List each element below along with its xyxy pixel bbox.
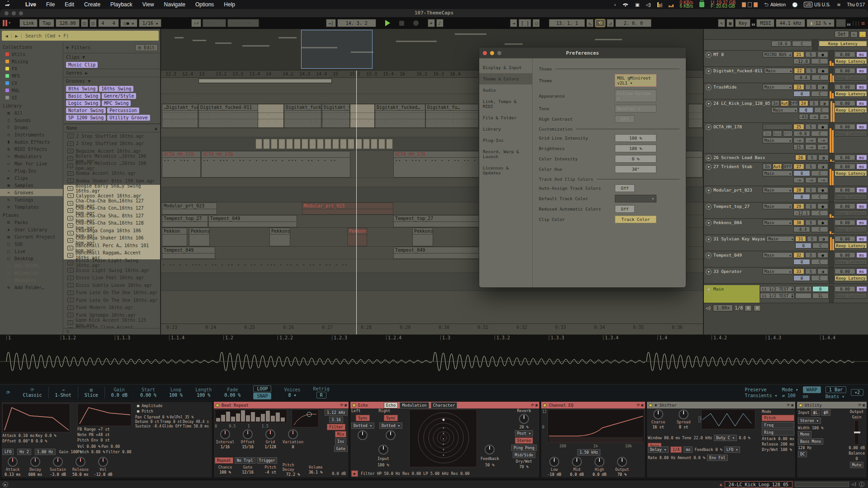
- device-save-icon[interactable]: ▣: [344, 403, 347, 407]
- keep-latency-button[interactable]: Keep Latency: [835, 107, 867, 113]
- menu-item-view[interactable]: View: [137, 1, 159, 8]
- solo-button[interactable]: S: [805, 220, 816, 225]
- device-hotswap-icon[interactable]: ⟳: [637, 403, 640, 407]
- sidebar-item-max-for-live[interactable]: ▭Max for Live: [0, 160, 63, 167]
- device-knob-low[interactable]: Low-10 dB: [544, 457, 565, 477]
- network-speed-readout[interactable]: 0 KB/s6 KB/s: [677, 1, 696, 8]
- device-knob-decay[interactable]: Decay600 ms: [25, 457, 46, 477]
- preferences-title-bar[interactable]: Preferences: [479, 47, 686, 58]
- volume-field[interactable]: 0: [793, 170, 811, 176]
- hot-swap-icon[interactable]: ◎: [66, 328, 69, 333]
- dialog-minimize-button[interactable]: [490, 51, 494, 55]
- simpler-env1-param[interactable]: Attack 0.10 ms: [2, 433, 35, 438]
- monitor-auto-button[interactable]: Auto: [773, 164, 782, 169]
- arm-button[interactable]: ◑: [817, 164, 829, 169]
- echo-input-knob[interactable]: [378, 445, 388, 455]
- clip-mode-slice[interactable]: ▥Slice: [78, 387, 104, 398]
- preferences-nav-audio[interactable]: Audio: [479, 84, 532, 96]
- quantize-menu[interactable]: 1/16 ▼: [139, 19, 161, 27]
- keep-latency-button[interactable]: Keep Latency: [835, 75, 867, 80]
- set-loop-button[interactable]: [ ]: [519, 19, 531, 27]
- solo-button[interactable]: S: [805, 203, 816, 209]
- file-row[interactable]: ∿Boogie Early Sna…y Swing 16ths.agr: [64, 185, 160, 192]
- arm-button[interactable]: ●: [817, 203, 829, 209]
- follow-actions-icon[interactable]: [3, 20, 7, 26]
- eq-mid-freq-field[interactable]: 1.50 kHz: [577, 449, 600, 455]
- device-knob-high[interactable]: High0.0 dB: [589, 457, 610, 477]
- arrangement-position-field[interactable]: 14. 3. 2: [337, 19, 376, 27]
- volume-field[interactable]: -68.0: [795, 286, 811, 292]
- filter-freq-field[interactable]: 1.12 kHz: [325, 409, 348, 416]
- sidebar-item-templates[interactable]: ⊞Templates: [0, 203, 63, 211]
- track-number-button[interactable]: 28: [793, 187, 805, 193]
- shifter-rate-param[interactable]: Rate 8.00 Hz: [648, 455, 675, 460]
- computer-midi-keyboard-button[interactable]: ▦: [726, 19, 734, 27]
- device-channel-eq[interactable]: Channel EQ⟳▣1201001k10k1.50 kHzLow-10 dB…: [541, 401, 646, 478]
- control-center-chevron-icon[interactable]: ‹: [611, 2, 619, 7]
- keep-latency-button[interactable]: Keep Latency: [819, 41, 867, 47]
- sidebar-item-plug-ins[interactable]: ⌁Plug-Ins: [0, 167, 63, 174]
- track-number-button[interactable]: 27: [793, 164, 805, 169]
- input-routing-menu[interactable]: 1: [763, 124, 793, 130]
- echo-reverb-position-menu[interactable]: Post ▾: [515, 430, 533, 436]
- sidebar-place--csamples[interactable]: □#CSamples: [0, 269, 63, 277]
- speaker-icon[interactable]: ◁): [706, 305, 711, 310]
- shifter-window-param[interactable]: Window 80.0 ms: [648, 436, 680, 440]
- multiply-2-button[interactable]: ∗2: [851, 389, 863, 396]
- track-fold-arrow[interactable]: ▼: [706, 164, 712, 170]
- root-note-menu[interactable]: C ▼: [203, 19, 226, 27]
- echo-delay-knob[interactable]: [358, 430, 368, 440]
- send-field[interactable]: -∞: [793, 177, 805, 183]
- echo-sync-button[interactable]: Sync: [356, 415, 369, 421]
- arm-button[interactable]: ●: [817, 52, 829, 57]
- shifter-tone-param[interactable]: Tone 22.0 kHz: [682, 436, 712, 440]
- set-button[interactable]: Set: [835, 31, 849, 38]
- arm-button[interactable]: ◑: [818, 236, 829, 242]
- screen-mirroring-icon[interactable]: ▣: [632, 2, 642, 7]
- device-save-icon[interactable]: ▣: [535, 403, 538, 407]
- track-row[interactable]: ▼Digitakt_fucked-011Main22S●-8.4C0.00msK…: [704, 67, 868, 83]
- filter-tag[interactable]: 16ths Swing: [99, 86, 133, 92]
- output-routing-menu[interactable]: Main: [763, 220, 793, 225]
- automation-arm-button[interactable]: +: [428, 19, 435, 27]
- track-delay-field[interactable]: 0.00: [835, 187, 855, 193]
- dialog-close-button[interactable]: [483, 51, 487, 55]
- filter-tag[interactable]: Music Clip: [66, 62, 98, 68]
- device-knob-release[interactable]: Release50.0 ms: [70, 457, 91, 477]
- keep-latency-button[interactable]: Keep Latency: [835, 194, 867, 200]
- sidebar-item-midi-effects[interactable]: ≣MIDI Effects: [0, 145, 63, 153]
- cue-out-menu[interactable]: ii 1/2 TEST 1-: [760, 286, 794, 292]
- nudge-up-button[interactable]: ◫: [90, 19, 97, 27]
- draw-mode-button[interactable]: ✎: [718, 19, 725, 27]
- menu-item-create[interactable]: Create: [79, 1, 105, 8]
- track-name[interactable]: OCTA_HH_178: [713, 124, 742, 129]
- utility-balance-value[interactable]: 0: [856, 456, 858, 461]
- output-routing-menu[interactable]: Main: [771, 107, 798, 113]
- filter-tag[interactable]: 8ths Swing: [66, 86, 98, 92]
- device-activator-led[interactable]: [216, 404, 219, 407]
- volume-db-readout[interactable]: 0.0 dB: [332, 471, 346, 476]
- key-signature-toggle[interactable]: ♭♯: [191, 19, 201, 27]
- sidebar-collection-m4l[interactable]: M4L: [0, 87, 63, 94]
- scroll-right-button[interactable]: H: [754, 305, 761, 311]
- shifter-envfol-button[interactable]: Env Fol: [707, 455, 728, 461]
- retrig-cluster[interactable]: RetrigR: [307, 386, 336, 399]
- sidebar-place-current-project[interactable]: ▤Current Project: [0, 233, 63, 240]
- track-fold-arrow[interactable]: ▼: [706, 220, 712, 226]
- device-knob-volume[interactable]: Volume36.1 %: [305, 465, 326, 474]
- solo-button[interactable]: S: [805, 164, 816, 169]
- device-title-bar[interactable]: Channel EQ⟳▣: [541, 402, 645, 408]
- arrangement-clip[interactable]: Pekkons_004: [412, 228, 433, 246]
- send-field[interactable]: -15.6: [793, 144, 805, 150]
- utility-bass-freq-param[interactable]: 120 Hz: [798, 446, 812, 450]
- clip-param-length[interactable]: Length100 %: [189, 387, 218, 398]
- file-row[interactable]: ∿Disco Subtle Loose 16ths.agr: [64, 282, 160, 289]
- track-row[interactable]: ▼27 Trident StabInAutoOffMain27S◑0C-∞-∞-…: [704, 163, 868, 186]
- preferences-nav-record-warp-launch[interactable]: Record, Warp & Launch: [479, 146, 532, 162]
- volume-field[interactable]: 0: [799, 107, 813, 113]
- pref-tone[interactable]: Neutral ▾: [615, 105, 656, 113]
- output-mode-mix[interactable]: Mix: [335, 431, 346, 437]
- file-row[interactable]: ∿Bolero Melodico …16ths 106 bpm.agr: [64, 162, 160, 170]
- follow-dropdown-icon[interactable]: ▼: [9, 21, 10, 25]
- utility-phase-left-button[interactable]: ϕL: [811, 409, 820, 416]
